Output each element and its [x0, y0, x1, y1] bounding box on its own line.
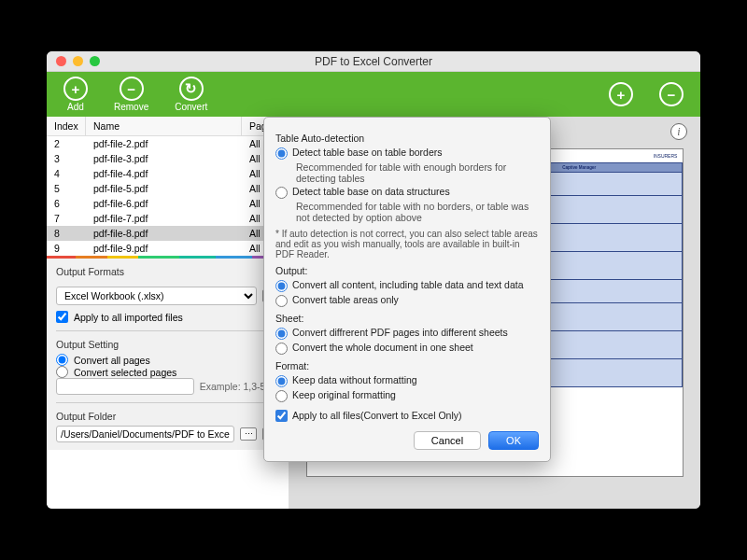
- detect-structure-radio[interactable]: Detect table base on data structures: [275, 186, 539, 199]
- sheet-diff-radio[interactable]: Convert diffrerent PDF pages into differ…: [275, 327, 539, 340]
- detect-structure-desc1: Recommended for table with no borders, o…: [296, 201, 539, 212]
- output-folder-input[interactable]: [56, 426, 234, 442]
- sheet-one-radio[interactable]: Convert the whole document in one sheet: [275, 342, 539, 355]
- output-tables-radio[interactable]: Convert table areas only: [275, 294, 539, 307]
- add-button[interactable]: + Add: [63, 77, 88, 112]
- browse-icon[interactable]: ⋯: [240, 427, 257, 441]
- app-window: PDF to Excel Converter + Add − Remove ↻ …: [47, 51, 700, 509]
- minus-circle-icon: −: [120, 77, 144, 101]
- format-label-dialog: Format:: [275, 360, 539, 371]
- left-panel: Index Name Page 2pdf-file-2.pdfAll3pdf-f…: [47, 117, 289, 509]
- convert-button[interactable]: ↻ Convert: [175, 77, 207, 112]
- detect-borders-radio[interactable]: Detect table base on table borders: [275, 147, 539, 160]
- column-index[interactable]: Index: [47, 117, 86, 135]
- refresh-circle-icon: ↻: [179, 77, 204, 101]
- add-label: Add: [67, 102, 84, 112]
- plus-circle-icon: +: [63, 77, 88, 101]
- output-folder-label: Output Folder: [56, 411, 279, 422]
- remove-label: Remove: [114, 102, 148, 112]
- info-icon[interactable]: i: [670, 123, 687, 140]
- toolbar: + Add − Remove ↻ Convert + −: [47, 72, 700, 117]
- column-name[interactable]: Name: [86, 117, 242, 135]
- output-formats-label: Output Formats: [56, 266, 279, 277]
- detect-borders-desc: Recommended for table with enough border…: [296, 161, 539, 184]
- convert-selected-pages-radio[interactable]: Convert selected pages: [56, 366, 279, 378]
- table-row[interactable]: 3pdf-file-3.pdfAll: [47, 151, 289, 166]
- window-title: PDF to Excel Converter: [47, 55, 700, 68]
- apply-all-checkbox[interactable]: Apply to all imported files: [56, 311, 279, 323]
- format-select[interactable]: Excel Workbook (.xlsx): [56, 287, 257, 305]
- convert-label: Convert: [175, 102, 207, 112]
- output-all-radio[interactable]: Convert all content, including table dat…: [275, 279, 539, 292]
- table-row[interactable]: 7pdf-file-7.pdfAll: [47, 211, 289, 226]
- sheet-label: Sheet:: [275, 313, 539, 324]
- table-auto-label: Table Auto-detection: [275, 133, 539, 144]
- auto-detection-note: * If auto detection is not correct, you …: [275, 229, 539, 259]
- table-row[interactable]: 8pdf-file-8.pdfAll: [47, 226, 289, 241]
- detect-structure-desc2: not detected by option above: [296, 212, 539, 223]
- titlebar: PDF to Excel Converter: [47, 51, 700, 72]
- table-row[interactable]: 6pdf-file-6.pdfAll: [47, 196, 289, 211]
- table-row[interactable]: 4pdf-file-4.pdfAll: [47, 166, 289, 181]
- options-dialog: Table Auto-detection Detect table base o…: [263, 117, 551, 462]
- table-row[interactable]: 9pdf-file-9.pdfAll: [47, 241, 289, 256]
- cancel-button[interactable]: Cancel: [414, 431, 481, 450]
- close-window-icon[interactable]: [56, 56, 66, 66]
- plus-right-icon[interactable]: +: [609, 82, 633, 106]
- convert-all-pages-radio[interactable]: Convert all pages: [56, 354, 279, 366]
- output-label: Output:: [275, 265, 539, 276]
- minimize-window-icon[interactable]: [73, 56, 83, 66]
- format-orig-radio[interactable]: Keep original formatting: [275, 389, 539, 402]
- pages-input[interactable]: [56, 378, 194, 395]
- format-keep-radio[interactable]: Keep data without formatting: [275, 374, 539, 387]
- table-row[interactable]: 5pdf-file-5.pdfAll: [47, 181, 289, 196]
- ok-button[interactable]: OK: [488, 431, 539, 450]
- minus-right-icon[interactable]: −: [659, 82, 684, 106]
- output-setting-label: Output Setting: [56, 339, 279, 350]
- zoom-window-icon[interactable]: [90, 56, 100, 66]
- table-row[interactable]: 2pdf-file-2.pdfAll: [47, 136, 289, 151]
- remove-button[interactable]: − Remove: [114, 77, 148, 112]
- file-table: Index Name Page 2pdf-file-2.pdfAll3pdf-f…: [47, 117, 289, 256]
- apply-excel-checkbox[interactable]: Apply to all files(Convert to Excel Only…: [275, 410, 539, 422]
